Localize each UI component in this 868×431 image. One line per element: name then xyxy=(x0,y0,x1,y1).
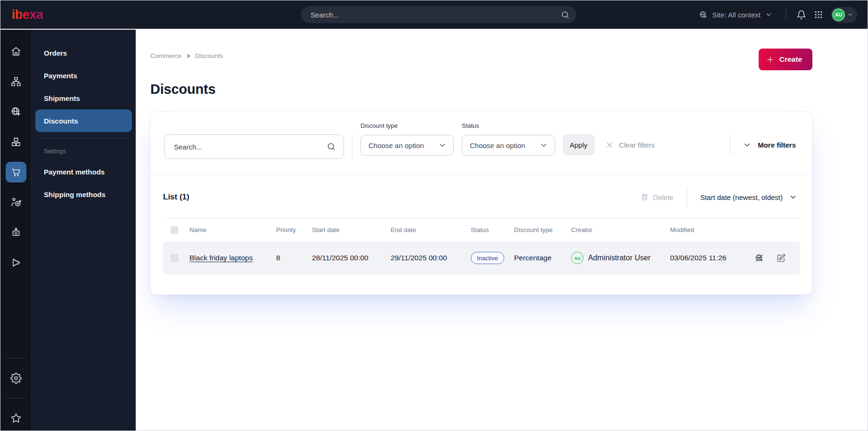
edit-icon xyxy=(776,253,786,263)
global-search[interactable] xyxy=(301,6,576,23)
sort-dropdown[interactable]: Start date (newest, oldest) xyxy=(697,192,800,202)
customer-target-icon xyxy=(10,197,22,208)
breadcrumb: Commerce > Discounts xyxy=(150,49,223,59)
clear-filters-button[interactable]: Clear filters xyxy=(602,134,658,155)
menu-item-payment-methods[interactable]: Payment methods xyxy=(35,160,132,183)
user-menu[interactable]: AU xyxy=(831,7,857,23)
create-button[interactable]: Create xyxy=(759,49,812,70)
breadcrumb-separator: > xyxy=(187,53,190,59)
chevron-down-icon xyxy=(540,141,548,149)
row-checkbox[interactable] xyxy=(171,254,178,262)
shopping-cart-icon xyxy=(10,166,22,178)
edit-button[interactable] xyxy=(776,253,786,263)
gear-icon xyxy=(10,373,22,384)
rail-divider xyxy=(6,398,26,398)
menu-item-orders[interactable]: Orders xyxy=(35,41,132,64)
chevron-down-icon xyxy=(743,141,752,149)
more-filters-button[interactable]: More filters xyxy=(740,134,799,155)
menu-section-label: Settings xyxy=(35,144,132,160)
ibexa-logo[interactable]: ibexa xyxy=(12,8,43,22)
chevron-down-icon xyxy=(438,141,447,149)
clear-filters-label: Clear filters xyxy=(619,141,655,149)
list-header: List (1) Delete Start date (newest, olde… xyxy=(163,187,800,207)
menu-item-shipping-methods[interactable]: Shipping methods xyxy=(35,183,132,206)
globe-cursor-icon xyxy=(699,10,708,19)
sidebar-item-settings[interactable] xyxy=(6,368,26,389)
delete-button-label: Delete xyxy=(653,193,673,201)
create-button-label: Create xyxy=(779,55,802,64)
close-icon xyxy=(605,141,614,149)
sidebar-item-customers[interactable] xyxy=(6,192,26,213)
start-date-cell: 28/11/2025 00:00 xyxy=(312,254,391,262)
chevron-down-icon xyxy=(789,193,797,201)
sort-label: Start date (newest, oldest) xyxy=(700,193,783,201)
discount-type-label: Discount type xyxy=(360,122,454,129)
menu-item-payments[interactable]: Payments xyxy=(35,64,132,87)
sidebar-item-content[interactable] xyxy=(6,71,26,92)
chevron-down-icon xyxy=(847,11,853,18)
filter-search[interactable] xyxy=(164,134,344,159)
select-all-checkbox[interactable] xyxy=(171,226,178,234)
breadcrumb-commerce[interactable]: Commerce xyxy=(150,52,181,59)
end-date-cell: 29/11/2025 00:00 xyxy=(391,254,471,262)
trash-icon xyxy=(640,193,649,201)
creator-avatar: AU xyxy=(571,252,583,264)
status-badge: Inactive xyxy=(471,252,504,264)
menu-item-shipments[interactable]: Shipments xyxy=(35,87,132,109)
filter-search-input[interactable] xyxy=(173,142,327,151)
column-header-status: Status xyxy=(471,226,514,233)
sidebar-item-recruitment[interactable] xyxy=(6,222,26,243)
sidebar-item-favorites[interactable] xyxy=(6,408,26,429)
sidebar-item-products[interactable] xyxy=(6,132,26,152)
apply-button[interactable]: Apply xyxy=(563,134,594,155)
discounts-card: Discount type Choose an option Status Ch… xyxy=(150,111,812,295)
column-header-creator: Creator xyxy=(571,226,670,233)
delete-button[interactable]: Delete xyxy=(638,192,676,202)
site-preview-disabled-button[interactable] xyxy=(754,253,764,263)
notifications-button[interactable] xyxy=(796,10,806,20)
main-sidebar-rail xyxy=(0,30,32,431)
more-filters-label: More filters xyxy=(758,141,796,149)
site-context-switcher[interactable]: Site: All context xyxy=(696,10,775,20)
sidebar-item-dashboard[interactable] xyxy=(6,41,26,62)
bell-icon xyxy=(796,10,806,20)
sidebar-item-commerce[interactable] xyxy=(6,162,26,182)
priority-cell: 8 xyxy=(276,254,312,262)
chevron-down-icon xyxy=(765,11,772,18)
app-shell: Orders Payments Shipments Discounts Sett… xyxy=(0,30,868,431)
discount-type-select[interactable]: Choose an option xyxy=(360,135,454,156)
status-select[interactable]: Choose an option xyxy=(462,135,555,156)
table-row: Black friday laptops 8 28/11/2025 00:00 … xyxy=(163,241,800,274)
discount-name-link[interactable]: Black friday laptops xyxy=(189,254,253,262)
filters-right: More filters xyxy=(730,122,799,155)
column-header-end-date: End date xyxy=(391,226,471,233)
app-grid-button[interactable] xyxy=(814,10,823,19)
sidebar-item-marketing[interactable] xyxy=(6,252,26,273)
main-content: Commerce > Discounts Create Discounts xyxy=(136,30,868,431)
creator-cell: AU Administrator User xyxy=(571,252,670,264)
filters-bar: Discount type Choose an option Status Ch… xyxy=(151,112,812,174)
job-badge-icon xyxy=(10,227,22,238)
column-header-start-date: Start date xyxy=(312,226,391,233)
menu-item-discounts[interactable]: Discounts xyxy=(35,109,132,132)
status-value: Choose an option xyxy=(470,141,525,149)
discount-type-cell: Percentage xyxy=(514,254,571,262)
app-window: ibexa Site: All context xyxy=(0,0,868,431)
topbar-divider xyxy=(786,8,786,21)
list-actions: Delete Start date (newest, oldest) xyxy=(638,187,800,207)
sidebar-item-site-context[interactable] xyxy=(6,101,26,122)
status-label: Status xyxy=(462,122,555,129)
topbar: ibexa Site: All context xyxy=(0,0,868,30)
column-header-modified: Modified xyxy=(670,226,750,233)
commerce-menu-panel: Orders Payments Shipments Discounts Sett… xyxy=(32,30,136,431)
column-header-priority: Priority xyxy=(276,226,312,233)
filter-divider xyxy=(730,134,730,155)
global-search-input[interactable] xyxy=(310,10,561,19)
globe-slash-icon xyxy=(754,253,764,263)
menu-divider xyxy=(36,138,131,138)
modified-cell: 03/06/2025 11:26 xyxy=(670,254,750,262)
filter-divider xyxy=(352,134,352,159)
topbar-right-cluster: Site: All context AU xyxy=(696,7,857,23)
home-icon xyxy=(10,46,22,57)
star-icon xyxy=(10,413,22,424)
